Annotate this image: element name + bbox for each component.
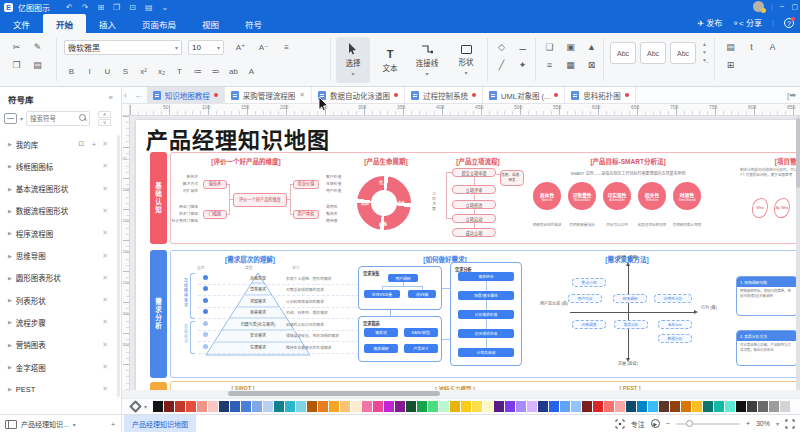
color-swatch[interactable]: [527, 401, 537, 412]
color-swatch[interactable]: [461, 401, 471, 412]
remove-library-icon[interactable]: ✕: [102, 229, 108, 237]
color-swatch[interactable]: [296, 401, 306, 412]
undo-icon[interactable]: ↶: [66, 3, 73, 12]
menu-tab-5[interactable]: 视图: [189, 14, 232, 33]
color-swatch[interactable]: [780, 401, 790, 412]
pill[interactable]: 需求池: [364, 328, 398, 337]
bring-forward-icon[interactable]: ❏: [541, 39, 558, 55]
line-icon[interactable]: ╱: [493, 57, 510, 73]
zoom-level[interactable]: 30%: [756, 420, 770, 427]
color-swatch[interactable]: [318, 401, 328, 412]
mindmap-branch-node[interactable]: 用户体验: [293, 210, 319, 219]
lock-icon[interactable]: ⊠: [583, 57, 600, 73]
color-swatch[interactable]: [659, 401, 669, 412]
sidebar-library-11[interactable]: ▶金字塔图✕: [0, 356, 116, 378]
chevron-down-icon[interactable]: ▾: [776, 420, 779, 427]
band-label[interactable]: [150, 382, 167, 390]
spelling-icon[interactable]: A: [764, 39, 781, 55]
pill[interactable]: 用户调研: [388, 274, 418, 282]
color-swatch[interactable]: [582, 401, 592, 412]
color-swatch[interactable]: [274, 401, 284, 412]
italic-icon[interactable]: I: [82, 63, 97, 79]
color-swatch[interactable]: [670, 401, 680, 412]
shape-panel-icon[interactable]: [5, 420, 17, 429]
document-tab-6[interactable]: 思科拓扑图: [565, 87, 636, 103]
color-swatch[interactable]: [329, 401, 339, 412]
fill-bucket-icon[interactable]: [129, 400, 142, 413]
matrix-method-pill[interactable]: A/B test: [658, 320, 692, 329]
sidebar-library-6[interactable]: ▶思维导图✕: [0, 245, 116, 267]
text-tool-button[interactable]: T 文本: [373, 37, 407, 83]
insert-table-icon[interactable]: ⊞: [722, 57, 739, 73]
align-text-icon[interactable]: ≡: [278, 39, 295, 55]
sidebar-library-7[interactable]: ▶圆形图表形状✕: [0, 267, 116, 289]
page-tab[interactable]: 产品经理知识地图: [124, 415, 196, 432]
color-swatch[interactable]: [626, 401, 636, 412]
expand-arrow-icon[interactable]: ▶: [8, 364, 12, 370]
fullscreen-icon[interactable]: [785, 419, 795, 429]
minimize-button[interactable]: −: [780, 2, 785, 11]
highlight-icon[interactable]: ab: [226, 63, 241, 79]
sidebar-library-2[interactable]: ▶线框图图标✕: [0, 155, 116, 177]
distribute-icon[interactable]: ▦: [562, 57, 579, 73]
vertical-scrollbar[interactable]: [796, 116, 800, 390]
pill[interactable]: 产品定义: [404, 344, 438, 353]
library-footer-label[interactable]: 产品经理知识...: [21, 419, 69, 429]
color-swatch[interactable]: [417, 401, 427, 412]
redo-icon[interactable]: ↷: [82, 3, 89, 12]
color-swatch[interactable]: [549, 401, 559, 412]
matrix-method-pill[interactable]: 问卷调查: [572, 320, 606, 329]
scroll-down-icon[interactable]: ∨: [98, 119, 111, 126]
superscript-icon[interactable]: x²: [136, 63, 151, 79]
bullet-list-icon[interactable]: ≔: [190, 63, 205, 79]
publish-button[interactable]: ✈ 发布: [697, 17, 722, 28]
sidebar-library-8[interactable]: ▶列表形状✕: [0, 289, 116, 311]
smart-circle[interactable]: 时限性Time-bound: [673, 182, 701, 210]
underline-icon[interactable]: U: [100, 63, 115, 79]
text-color-icon[interactable]: T: [172, 63, 187, 79]
subscript-icon[interactable]: x₂: [154, 63, 169, 79]
sidebar-library-1[interactable]: ▶我的库⊡+✕: [0, 133, 116, 155]
color-swatch[interactable]: [538, 401, 548, 412]
remove-library-icon[interactable]: ✕: [102, 363, 108, 371]
cut-icon[interactable]: ✂: [8, 39, 25, 55]
pill[interactable]: 计划及验收: [458, 348, 514, 357]
remove-library-icon[interactable]: ✕: [102, 341, 108, 349]
shape-style-preset-1[interactable]: Abc: [610, 42, 636, 64]
flow-step[interactable]: 立项修改: [452, 200, 496, 209]
expand-arrow-icon[interactable]: ▶: [8, 342, 12, 348]
horizontal-scrollbar-thumb[interactable]: [228, 391, 440, 396]
mindmap-branch-node[interactable]: 门槛级: [203, 210, 227, 219]
select-tool-button[interactable]: 选择▾: [336, 37, 370, 83]
presentation-play-button[interactable]: ▶: [651, 419, 660, 428]
color-swatch[interactable]: [230, 401, 240, 412]
color-swatch[interactable]: [714, 401, 724, 412]
vertical-scrollbar-thumb[interactable]: [796, 118, 800, 188]
expand-arrow-icon[interactable]: ▶: [8, 208, 12, 214]
flow-step[interactable]: 立项启动: [452, 214, 496, 223]
menu-tab-1[interactable]: 文件: [0, 14, 43, 33]
collect-box[interactable]: 需求采集: [358, 266, 442, 310]
color-swatch[interactable]: [747, 401, 757, 412]
help-button[interactable]: ?: [784, 18, 794, 28]
document-tab-5[interactable]: UML对象图 (...: [483, 87, 565, 103]
back-icon[interactable]: ←: [131, 87, 147, 103]
mindmap-branch-node[interactable]: 商业价值: [293, 180, 319, 189]
horizontal-scrollbar[interactable]: [122, 390, 800, 398]
sidebar-scrollbar[interactable]: [117, 135, 120, 397]
lifecycle-donut-chart[interactable]: 导入成长成熟衰退: [357, 176, 411, 230]
print-icon[interactable]: ▤: [145, 3, 153, 12]
fill-icon[interactable]: ◇: [493, 39, 510, 55]
color-swatch[interactable]: [560, 401, 570, 412]
focus-icon[interactable]: [615, 419, 625, 429]
color-swatch[interactable]: [175, 401, 185, 412]
expand-arrow-icon[interactable]: ▶: [8, 386, 12, 392]
connector-tool-button[interactable]: 连接线▾: [410, 37, 444, 83]
tab-overflow-icon[interactable]: [➡: [783, 87, 800, 103]
color-swatch[interactable]: [153, 401, 163, 412]
menu-tab-2[interactable]: 开始: [43, 14, 86, 33]
user-avatar[interactable]: [753, 1, 764, 12]
shape-style-preset-2[interactable]: Abc: [640, 42, 666, 64]
matrix-method-pill[interactable]: 数据分析: [658, 334, 692, 343]
customize-toolbar-icon[interactable]: ⌄: [162, 3, 169, 12]
